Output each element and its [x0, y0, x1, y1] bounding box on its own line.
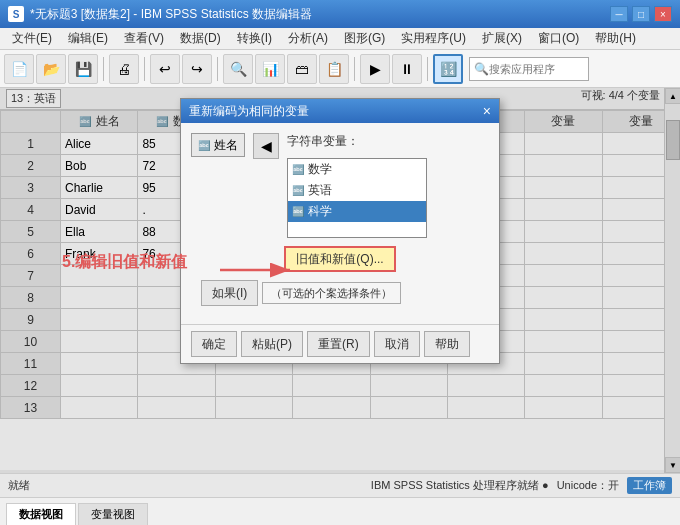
toolbar-pause[interactable]: ⏸	[392, 54, 422, 84]
source-section: 🔤 姓名	[191, 133, 245, 157]
listbox-item-science[interactable]: 🔤 科学	[288, 201, 426, 222]
menu-view[interactable]: 查看(V)	[116, 28, 172, 49]
status-bar: 就绪 IBM SPSS Statistics 处理程序就绪 ● Unicode：…	[0, 473, 680, 497]
listbox-item-english[interactable]: 🔤 英语	[288, 180, 426, 201]
string-vars-listbox[interactable]: 🔤 数学 🔤 英语 🔤 科学	[287, 158, 427, 238]
cancel-btn[interactable]: 取消	[374, 331, 420, 357]
toolbar-data[interactable]: 🗃	[287, 54, 317, 84]
menu-analyze[interactable]: 分析(A)	[280, 28, 336, 49]
annotation-arrow-svg	[220, 255, 300, 285]
toolbar-run[interactable]: ▶	[360, 54, 390, 84]
search-icon: 🔍	[474, 62, 489, 76]
menu-edit[interactable]: 编辑(E)	[60, 28, 116, 49]
close-btn[interactable]: ×	[654, 6, 672, 22]
menu-help[interactable]: 帮助(H)	[587, 28, 644, 49]
menu-bar: 文件(E) 编辑(E) 查看(V) 数据(D) 转换(I) 分析(A) 图形(G…	[0, 28, 680, 50]
arrow-section: ◀	[253, 133, 279, 159]
modal-body: 🔤 姓名 ◀ 字符串变量： 🔤 数学	[181, 123, 499, 324]
app-icon: S	[8, 6, 24, 22]
modal-section-main: 🔤 姓名 ◀ 字符串变量： 🔤 数学	[191, 133, 489, 238]
window-title: *无标题3 [数据集2] - IBM SPSS Statistics 数据编辑器	[30, 6, 312, 23]
english-item-icon: 🔤	[292, 185, 304, 196]
toolbar-find[interactable]: 🔍	[223, 54, 253, 84]
tab-variable-view[interactable]: 变量视图	[78, 503, 148, 525]
work-file-badge: 工作簿	[627, 477, 672, 494]
reset-btn[interactable]: 重置(R)	[307, 331, 370, 357]
modal-overlay: 重新编码为相同的变量 × 🔤 姓名 ◀ 字符串变量：	[0, 88, 680, 473]
modal-close-btn[interactable]: ×	[483, 104, 491, 118]
help-btn[interactable]: 帮助	[424, 331, 470, 357]
title-bar: S *无标题3 [数据集2] - IBM SPSS Statistics 数据编…	[0, 0, 680, 28]
source-variable: 🔤 姓名	[191, 133, 245, 157]
toolbar-sep3	[217, 57, 218, 81]
toolbar: 📄 📂 💾 🖨 ↩ ↪ 🔍 📊 🗃 📋 ▶ ⏸ 🔢 🔍	[0, 50, 680, 88]
title-bar-controls[interactable]: ─ □ ×	[610, 6, 672, 22]
tab-bar: 数据视图 变量视图	[0, 497, 680, 525]
minimize-btn[interactable]: ─	[610, 6, 628, 22]
modal-title-bar: 重新编码为相同的变量 ×	[181, 99, 499, 123]
paste-btn[interactable]: 粘贴(P)	[241, 331, 303, 357]
listbox-section: 字符串变量： 🔤 数学 🔤 英语 🔤 科学	[287, 133, 489, 238]
source-var-icon: 🔤	[198, 140, 210, 151]
tab-data-view[interactable]: 数据视图	[6, 503, 76, 525]
modal-footer: 确定 粘贴(P) 重置(R) 取消 帮助	[181, 324, 499, 363]
toolbar-redo[interactable]: ↪	[182, 54, 212, 84]
menu-graphs[interactable]: 图形(G)	[336, 28, 393, 49]
recode-modal: 重新编码为相同的变量 × 🔤 姓名 ◀ 字符串变量：	[180, 98, 500, 364]
modal-title: 重新编码为相同的变量	[189, 103, 309, 120]
menu-window[interactable]: 窗口(O)	[530, 28, 587, 49]
maximize-btn[interactable]: □	[632, 6, 650, 22]
toolbar-sep1	[103, 57, 104, 81]
search-input[interactable]	[489, 63, 589, 75]
title-bar-left: S *无标题3 [数据集2] - IBM SPSS Statistics 数据编…	[8, 6, 312, 23]
listbox-label: 字符串变量：	[287, 133, 489, 150]
menu-utilities[interactable]: 实用程序(U)	[393, 28, 474, 49]
unicode-indicator: Unicode：开	[557, 478, 619, 493]
move-arrow-btn[interactable]: ◀	[253, 133, 279, 159]
listbox-item-math[interactable]: 🔤 数学	[288, 159, 426, 180]
toolbar-new[interactable]: 📄	[4, 54, 34, 84]
status-ready: 就绪	[8, 478, 30, 493]
recode-old-new-btn[interactable]: 旧值和新值(Q)...	[284, 246, 395, 272]
toolbar-print[interactable]: 🖨	[109, 54, 139, 84]
if-note: （可选的个案选择条件）	[262, 282, 401, 304]
toolbar-save[interactable]: 💾	[68, 54, 98, 84]
processor-status: IBM SPSS Statistics 处理程序就绪 ●	[371, 478, 549, 493]
toolbar-undo[interactable]: ↩	[150, 54, 180, 84]
toolbar-chart[interactable]: 📊	[255, 54, 285, 84]
menu-transform[interactable]: 转换(I)	[229, 28, 280, 49]
toolbar-open[interactable]: 📂	[36, 54, 66, 84]
ok-btn[interactable]: 确定	[191, 331, 237, 357]
annotation: 5.编辑旧值和新值	[62, 252, 187, 273]
toolbar-sep4	[354, 57, 355, 81]
menu-data[interactable]: 数据(D)	[172, 28, 229, 49]
math-item-icon: 🔤	[292, 164, 304, 175]
menu-extensions[interactable]: 扩展(X)	[474, 28, 530, 49]
menu-file[interactable]: 文件(E)	[4, 28, 60, 49]
toolbar-sep5	[427, 57, 428, 81]
toolbar-search[interactable]: 🔍	[469, 57, 589, 81]
annotation-text: 5.编辑旧值和新值	[62, 252, 187, 273]
toolbar-sep2	[144, 57, 145, 81]
science-item-icon: 🔤	[292, 206, 304, 217]
toolbar-var[interactable]: 📋	[319, 54, 349, 84]
toolbar-dialog[interactable]: 🔢	[433, 54, 463, 84]
